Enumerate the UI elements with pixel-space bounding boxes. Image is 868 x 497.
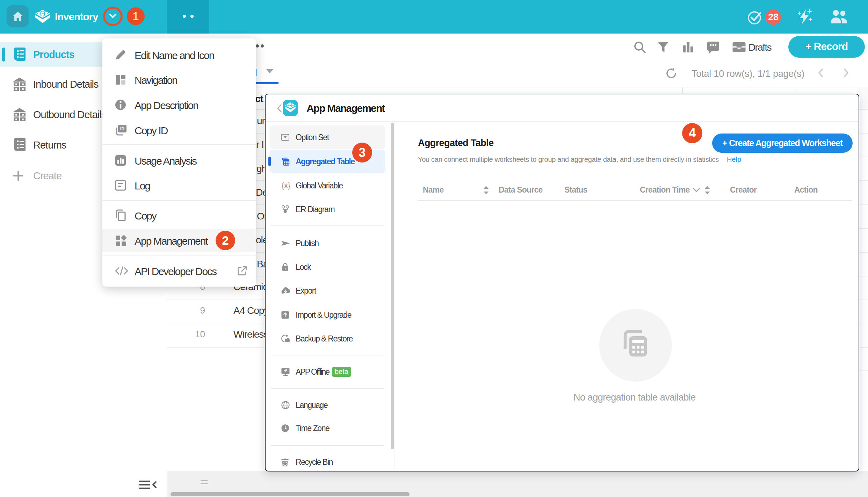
svg-text:ID: ID <box>120 127 124 131</box>
svg-text:{x}: {x} <box>282 181 290 189</box>
